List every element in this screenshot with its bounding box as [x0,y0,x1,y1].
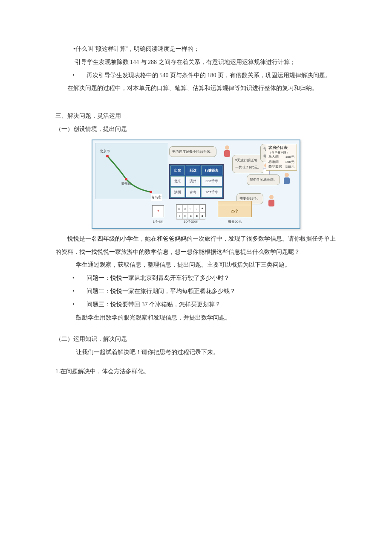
compass-icon [152,205,164,217]
bullet-reading-speed: •什么叫"照这样计算"，明确阅读速度是一样的； [55,43,337,56]
city-qingdao: 青岛市 [151,194,162,201]
para-observe: 学生通过观察，获取信息，整理信息，提出问题。主要可以概括为以下三类问题。 [55,259,337,272]
bubble-meal: 5天旅行的正餐一共花了970元。 [232,155,264,173]
good-box: 25个每盒60元 [218,201,252,226]
section-3-heading: 三、解决问题，灵活运用 [55,110,337,123]
person-4 [267,195,276,208]
section-3-1-heading: （一）创设情境，提出问题 [55,123,337,136]
route-line [106,155,153,194]
illustration: 北京市 滨州市 青岛市 平均速度是每小时89千米。 5天旅行的正餐一共花了970… [55,139,337,229]
price-table: 客房价目表 （含早餐不限） 单人间 188元 标准间 258元 豪华套房 588… [266,144,297,171]
bubble-room: 我们住的标准间。 [247,174,280,186]
bubble-speed: 平均速度是每小时89千米。 [169,146,216,157]
distance-table: 出发到达行驶距离 北京滨州336千米 滨州青岛267千米 [169,164,224,199]
para-try-solve: 让我们一起试着解决吧！请你把思考的过程记录下来。 [55,346,337,359]
map: 北京市 滨州市 青岛市 [95,143,168,199]
question-2: • 问题二：悦悦一家在旅行期间，平均每顿正餐花多少钱？ [55,285,337,298]
para-yueyue-intro: 悦悦是一名四年级的小学生，她在和爸爸妈妈的一次旅行中，发现了很多数学信息。请你根… [55,232,337,259]
box-icon: 25个 [218,201,252,217]
bullet-multiple-relation: • 再次引导学生发现表格中的 540 页与条件中的 180 页，有倍数关系，巩固… [55,69,337,82]
question-3: • 问题三：悦悦要带回 37 个冰箱贴，怎样买更划算？ [55,298,337,311]
good-10: 🜁🜂🜃🜄✦✧✶✷✸✹10个30元 [176,204,206,226]
para-encourage: 鼓励学生用数学的眼光观察和发现信息，并提出数学问题。 [55,311,337,325]
svg-point-1 [125,178,127,180]
question-1: • 问题一：悦悦一家从北京到青岛开车行驶了多少小时？ [55,272,337,285]
person-1 [223,145,231,158]
para-method-variety: 1.在问题解决中，体会方法多样化。 [55,365,337,378]
good-1: 1个4元 [152,205,164,226]
scenario-panel: 北京市 滨州市 青岛市 平均速度是每小时89千米。 5天旅行的正餐一共花了970… [92,139,300,229]
summary-para: 在解决问题的过程中，对本单元的口算、笔算、估算和运算规律等知识进行整体的复习和归… [55,82,337,95]
city-beijing: 北京市 [100,148,110,155]
svg-point-2 [150,191,152,193]
person-3 [282,173,291,186]
grid-icon: 🜁🜂🜃🜄✦✧✶✷✸✹ [176,204,206,217]
section-3-2-heading: （二）运用知识，解决问题 [55,333,337,346]
goods-row: 1个4元 🜁🜂🜃🜄✦✧✶✷✸✹10个30元 25个每盒60元 [152,201,252,226]
bullet-divisor-relation: ·引导学生发现被除数 144 与 288 之间存在着关系，有意识地运用运算规律进… [55,56,337,69]
